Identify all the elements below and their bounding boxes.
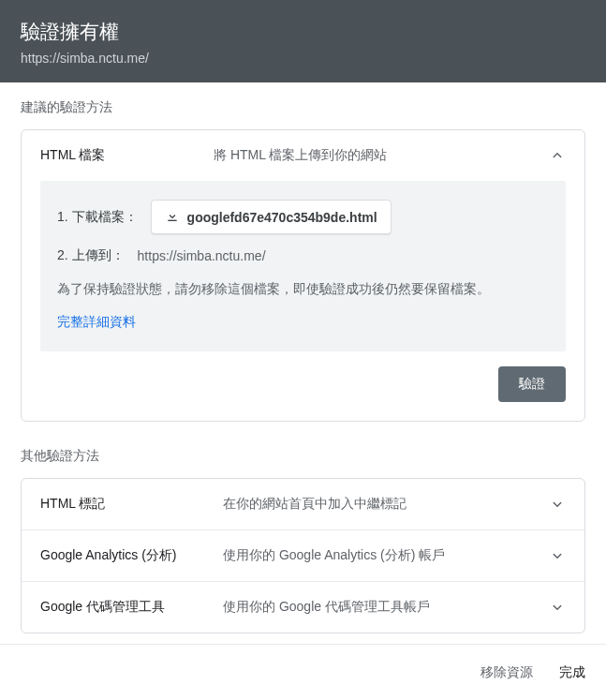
dialog-url: https://simba.nctu.me/ (21, 51, 585, 66)
verify-button[interactable]: 驗證 (498, 366, 566, 402)
chevron-down-icon (549, 599, 566, 616)
recommended-section-label: 建議的驗證方法 (21, 99, 585, 116)
dialog-content[interactable]: 建議的驗證方法 HTML 檔案 將 HTML 檔案上傳到你的網站 1. 下載檔案… (0, 79, 606, 644)
dialog-footer: 移除資源 完成 (0, 644, 606, 700)
step-1: 1. 下載檔案： googlefd67e470c354b9de.html (57, 200, 549, 234)
remove-resource-button[interactable]: 移除資源 (480, 664, 533, 681)
method-html-tag[interactable]: HTML 標記 在你的網站首頁中加入中繼標記 (22, 479, 584, 529)
other-section-label: 其他驗證方法 (21, 448, 585, 465)
step-1-label: 1. 下載檔案： (57, 209, 138, 226)
html-file-panel-body: 1. 下載檔案： googlefd67e470c354b9de.html 2. … (40, 181, 566, 351)
dialog-title: 驗證擁有權 (21, 19, 585, 45)
method-desc: 將 HTML 檔案上傳到你的網站 (214, 147, 549, 164)
method-desc: 在你的網站首頁中加入中繼標記 (223, 496, 549, 513)
method-google-tag-manager[interactable]: Google 代碼管理工具 使用你的 Google 代碼管理工具帳戶 (22, 581, 584, 633)
step-2: 2. 上傳到： https://simba.nctu.me/ (57, 247, 549, 264)
verify-row: 驗證 (22, 351, 584, 421)
method-desc: 使用你的 Google Analytics (分析) 帳戶 (223, 547, 549, 564)
method-title: HTML 標記 (40, 496, 223, 513)
html-file-panel-header[interactable]: HTML 檔案 將 HTML 檔案上傳到你的網站 (22, 130, 584, 181)
chevron-down-icon (549, 496, 566, 513)
done-button[interactable]: 完成 (559, 664, 585, 681)
other-methods-card: HTML 標記 在你的網站首頁中加入中繼標記 Google Analytics … (21, 478, 585, 633)
method-desc: 使用你的 Google 代碼管理工具帳戶 (223, 599, 549, 616)
download-file-button[interactable]: googlefd67e470c354b9de.html (151, 200, 392, 234)
method-title: HTML 檔案 (40, 147, 214, 164)
download-filename: googlefd67e470c354b9de.html (187, 210, 377, 225)
step-2-url: https://simba.nctu.me/ (138, 248, 266, 263)
method-google-analytics[interactable]: Google Analytics (分析) 使用你的 Google Analyt… (22, 529, 584, 581)
dialog-header: 驗證擁有權 https://simba.nctu.me/ (0, 0, 606, 82)
method-title: Google 代碼管理工具 (40, 599, 223, 616)
step-2-label: 2. 上傳到： (57, 247, 125, 264)
chevron-up-icon (549, 147, 566, 164)
full-details-link[interactable]: 完整詳細資料 (57, 314, 136, 331)
chevron-down-icon (549, 547, 566, 564)
verification-note: 為了保持驗證狀態，請勿移除這個檔案，即使驗證成功後仍然要保留檔案。 (57, 279, 549, 299)
method-title: Google Analytics (分析) (40, 547, 223, 564)
recommended-method-card: HTML 檔案 將 HTML 檔案上傳到你的網站 1. 下載檔案： google… (21, 129, 585, 422)
download-icon (165, 208, 180, 226)
